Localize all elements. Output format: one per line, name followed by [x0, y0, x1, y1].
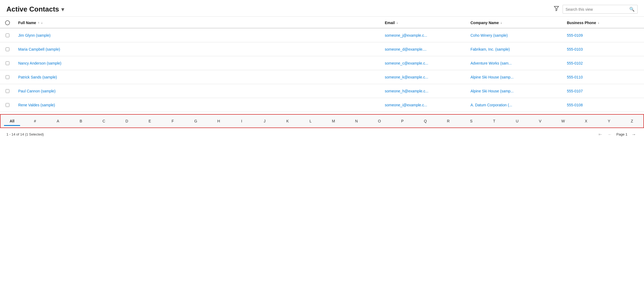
alpha-filter-item[interactable]: J [253, 117, 276, 125]
search-input[interactable] [566, 7, 629, 12]
select-all-checkbox[interactable] [5, 20, 10, 25]
alpha-filter-item[interactable]: K [276, 117, 299, 125]
search-icon[interactable]: 🔍 [629, 7, 635, 12]
alpha-filter-item[interactable]: Q [414, 117, 437, 125]
phone-link[interactable]: 555-0109 [567, 33, 583, 38]
alpha-filter-item[interactable]: S [460, 117, 483, 125]
alpha-filter-item[interactable]: V [529, 117, 552, 125]
row-checkbox[interactable] [6, 89, 9, 93]
cell-email: someone_i@example.c... [382, 100, 467, 110]
fullname-link[interactable]: Patrick Sands (sample) [18, 75, 57, 79]
cell-phone: 555-0108 [564, 100, 644, 110]
alpha-filter-item[interactable]: U [506, 117, 529, 125]
fullname-link[interactable]: Rene Valdes (sample) [18, 103, 55, 107]
alpha-filter-item[interactable]: H [207, 117, 230, 125]
phone-link[interactable]: 555-0110 [567, 75, 583, 79]
prev-page-button[interactable]: ← [606, 132, 614, 137]
email-link[interactable]: someone_h@example.c... [385, 89, 428, 93]
row-checkbox-cell[interactable] [0, 33, 15, 37]
cell-email: someone_k@example.c... [382, 72, 467, 82]
fullname-link[interactable]: Paul Cannon (sample) [18, 89, 55, 93]
phone-link[interactable]: 555-0102 [567, 61, 583, 65]
table-row: Rene Valdes (sample) someone_i@example.c… [0, 98, 644, 112]
row-checkbox-cell[interactable] [0, 89, 15, 93]
company-link[interactable]: A. Datum Corporation (... [470, 103, 512, 107]
alpha-filter-item[interactable]: L [299, 117, 322, 125]
row-checkbox[interactable] [6, 33, 9, 37]
email-link[interactable]: someone_k@example.c... [385, 75, 428, 79]
cell-company: Fabrikam, Inc. (sample) [467, 44, 564, 54]
alpha-filter-item[interactable]: Y [598, 117, 621, 125]
select-all-cell[interactable] [0, 20, 15, 25]
fullname-link[interactable]: Maria Campbell (sample) [18, 47, 60, 51]
row-checkbox-cell[interactable] [0, 47, 15, 51]
fullname-link[interactable]: Nancy Anderson (sample) [18, 61, 61, 65]
alpha-filter-item[interactable]: C [92, 117, 115, 125]
cell-phone: 555-0110 [564, 72, 644, 82]
email-link[interactable]: someone_j@example.c... [385, 33, 427, 38]
company-link[interactable]: Fabrikam, Inc. (sample) [470, 47, 510, 51]
title-dropdown-chevron[interactable]: ▾ [61, 6, 64, 13]
col-header-company[interactable]: Company Name ↓ [467, 20, 564, 25]
row-checkbox-cell[interactable] [0, 103, 15, 107]
alpha-filter-item[interactable]: E [138, 117, 161, 125]
cell-fullname: Paul Cannon (sample) [15, 86, 382, 96]
cell-phone: 555-0109 [564, 31, 644, 40]
row-checkbox[interactable] [6, 103, 9, 107]
alpha-filter-item[interactable]: A [47, 117, 70, 125]
next-page-button[interactable]: → [630, 132, 638, 137]
company-link[interactable]: Adventure Works (sam... [470, 61, 512, 65]
cell-email: someone_j@example.c... [382, 31, 467, 40]
alpha-filter-item[interactable]: P [391, 117, 414, 125]
alpha-filter-item[interactable]: F [161, 117, 184, 125]
phone-link[interactable]: 555-0108 [567, 103, 583, 107]
phone-sort-icon[interactable]: ↓ [598, 21, 599, 25]
table-header-row: Full Name ↑ ↓ Email ↓ Company Name ↓ Bus… [0, 17, 644, 28]
company-sort-icon[interactable]: ↓ [500, 21, 502, 25]
cell-fullname: Rene Valdes (sample) [15, 100, 382, 110]
alpha-filter-item[interactable]: I [230, 117, 253, 125]
row-checkbox[interactable] [6, 61, 9, 65]
alpha-filter-item[interactable]: Z [620, 117, 643, 125]
table-body: Jim Glynn (sample) someone_j@example.c..… [0, 28, 644, 112]
email-link[interactable]: someone_i@example.c... [385, 103, 427, 107]
phone-link[interactable]: 555-0103 [567, 47, 583, 51]
alpha-filter-item[interactable]: G [184, 117, 207, 125]
alpha-filter-item[interactable]: # [24, 117, 47, 125]
first-page-button[interactable]: ⇤ [597, 131, 604, 137]
alpha-filter-item[interactable]: B [69, 117, 92, 125]
fullname-link[interactable]: Jim Glynn (sample) [18, 33, 51, 38]
col-header-email[interactable]: Email ↓ [382, 20, 467, 25]
col-label-fullname: Full Name [18, 21, 36, 25]
company-link[interactable]: Alpine Ski House (samp... [470, 89, 514, 93]
col-header-phone[interactable]: Business Phone ↓ [564, 20, 644, 25]
alpha-filter-item[interactable]: W [552, 117, 575, 125]
alpha-filter-item[interactable]: R [437, 117, 460, 125]
company-link[interactable]: Coho Winery (sample) [470, 33, 508, 38]
alpha-filter-item[interactable]: T [483, 117, 506, 125]
row-checkbox[interactable] [6, 47, 9, 51]
cell-company: Alpine Ski House (samp... [467, 72, 564, 82]
alpha-filter-item[interactable]: X [575, 117, 598, 125]
cell-company: Coho Winery (sample) [467, 31, 564, 40]
cell-phone: 555-0102 [564, 58, 644, 68]
sort-desc-icon[interactable]: ↓ [41, 21, 43, 25]
filter-icon[interactable] [553, 6, 559, 13]
email-link[interactable]: someone_d@example.... [385, 47, 427, 51]
alpha-filter-item[interactable]: M [322, 117, 345, 125]
table-row: Jim Glynn (sample) someone_j@example.c..… [0, 28, 644, 42]
alpha-filter-item[interactable]: N [345, 117, 368, 125]
company-link[interactable]: Alpine Ski House (samp... [470, 75, 514, 79]
email-link[interactable]: someone_c@example.c... [385, 61, 428, 65]
row-checkbox-cell[interactable] [0, 75, 15, 79]
email-sort-icon[interactable]: ↓ [396, 21, 398, 25]
page-title-area: Active Contacts ▾ [6, 5, 64, 13]
sort-asc-icon[interactable]: ↑ [38, 21, 39, 25]
alpha-filter-item[interactable]: All [1, 117, 24, 125]
row-checkbox-cell[interactable] [0, 61, 15, 65]
col-header-fullname[interactable]: Full Name ↑ ↓ [15, 20, 382, 25]
phone-link[interactable]: 555-0107 [567, 89, 583, 93]
alpha-filter-item[interactable]: D [115, 117, 138, 125]
alpha-filter-item[interactable]: O [368, 117, 391, 125]
row-checkbox[interactable] [6, 75, 9, 79]
